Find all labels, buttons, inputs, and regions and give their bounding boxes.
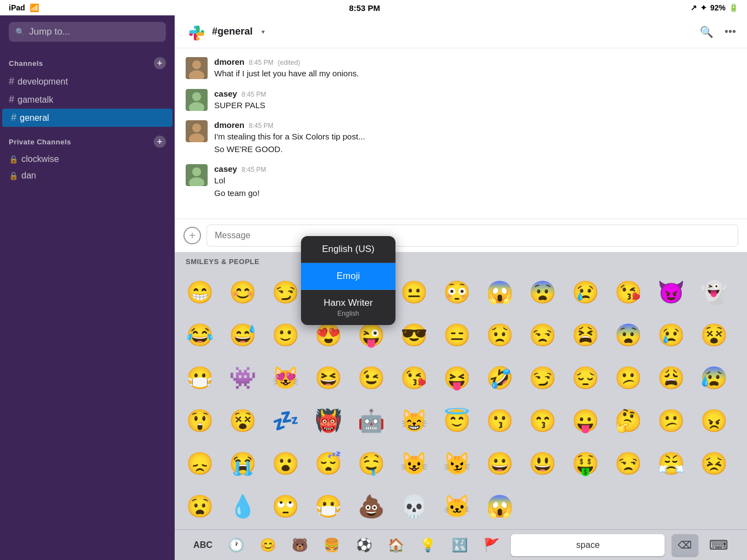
space-button[interactable]: space [511,534,665,556]
emoji-cell[interactable]: 😤 [650,443,692,484]
add-channel-button[interactable]: + [154,57,166,69]
emoji-cell[interactable]: 😕 [650,400,692,441]
emoji-cell[interactable]: 😙 [522,400,564,441]
emoji-cell[interactable]: 😢 [650,314,692,356]
message-time: 8:45 PM [249,59,274,66]
smiley-tab-button[interactable]: 😊 [255,535,281,555]
sports-tab-button[interactable]: ⚽ [352,535,377,555]
emoji-cell[interactable]: 😻 [265,357,306,399]
emoji-cell[interactable]: 👻 [693,271,735,313]
emoji-cell[interactable]: 😱 [479,271,521,313]
keyboard-dismiss-icon[interactable]: ⌨ [705,535,733,555]
emoji-cell[interactable]: 😺 [393,443,435,484]
emoji-cell[interactable]: 😧 [179,485,221,527]
emoji-cell[interactable]: 🙄 [265,485,306,527]
emoji-cell[interactable]: 👾 [222,357,264,399]
emoji-cell[interactable]: 😒 [522,314,564,356]
emoji-cell[interactable]: 😨 [607,314,649,356]
animals-tab-button[interactable]: 🐻 [287,535,313,555]
lang-option-emoji[interactable]: Emoji [301,263,395,290]
emoji-cell[interactable]: 😫 [565,314,606,356]
emoji-cell[interactable]: 😼 [436,443,478,484]
emoji-cell[interactable]: 😰 [693,357,735,399]
emoji-cell[interactable]: 😈 [650,271,692,313]
emoji-cell[interactable]: 😨 [522,271,564,313]
search-header-icon[interactable]: 🔍 [700,25,713,38]
emoji-cell[interactable]: 😟 [479,314,521,356]
emoji-cell[interactable]: 😃 [522,443,564,484]
food-tab-button[interactable]: 🍔 [319,535,344,555]
emoji-cell[interactable]: 😗 [479,400,521,441]
travel-tab-button[interactable]: 🏠 [383,535,409,555]
emoji-cell[interactable]: 🤑 [565,443,606,484]
emoji-cell[interactable]: 😎 [393,314,435,356]
emoji-cell[interactable]: 😩 [650,357,692,399]
emoji-cell[interactable]: 😘 [393,357,435,399]
emoji-cell[interactable]: 😅 [222,314,264,356]
channel-dropdown-icon[interactable]: ▾ [261,28,265,36]
emoji-cell[interactable]: 😠 [693,400,735,441]
emoji-cell[interactable]: 😳 [436,271,478,313]
emoji-cell[interactable]: 🤖 [350,400,392,441]
sidebar-item-gametalk[interactable]: # gametalk [0,91,175,109]
emoji-cell[interactable]: 😴 [308,443,349,484]
emoji-cell[interactable]: 💀 [393,485,435,527]
objects-tab-button[interactable]: 💡 [415,535,441,555]
emoji-cell[interactable]: 🤣 [479,357,521,399]
emoji-cell[interactable]: 😑 [436,314,478,356]
emoji-cell[interactable]: 😔 [565,357,606,399]
emoji-cell[interactable]: 😉 [350,357,392,399]
emoji-cell[interactable]: 💤 [265,400,306,441]
emoji-cell[interactable]: 😭 [222,443,264,484]
abc-button[interactable]: ABC [189,538,217,552]
emoji-cell[interactable]: 😝 [436,357,478,399]
message-add-button[interactable]: + [183,227,201,244]
sidebar-item-development[interactable]: # development [0,72,175,91]
sidebar-item-clockwise[interactable]: 🔒 clockwise [0,151,175,167]
emoji-cell[interactable]: 😆 [308,357,349,399]
add-private-channel-button[interactable]: + [154,136,166,148]
delete-button[interactable]: ⌫ [672,534,698,556]
emoji-cell[interactable]: 😏 [522,357,564,399]
emoji-cell[interactable]: 😐 [393,271,435,313]
emoji-cell[interactable]: 😵 [693,314,735,356]
emoji-cell[interactable]: 🐱 [436,485,478,527]
jump-to-search[interactable]: 🔍 Jump to... [9,22,166,42]
emoji-cell[interactable]: 😷 [179,357,221,399]
flags-tab-button[interactable]: 🚩 [479,535,504,555]
emoji-cell[interactable]: 😏 [265,271,306,313]
emoji-cell[interactable]: 😒 [607,443,649,484]
recent-emoji-button[interactable]: 🕐 [224,535,249,555]
emoji-cell[interactable]: 👹 [308,400,349,441]
emoji-cell[interactable]: 🤤 [350,443,392,484]
emoji-cell[interactable]: 😲 [179,400,221,441]
emoji-cell[interactable]: 😂 [179,314,221,356]
message-input[interactable] [207,225,738,247]
emoji-cell[interactable]: 😷 [308,485,349,527]
emoji-cell[interactable]: 😕 [607,357,649,399]
more-options-icon[interactable]: ••• [724,25,736,38]
emoji-cell[interactable]: 😊 [222,271,264,313]
emoji-cell[interactable]: 😞 [179,443,221,484]
emoji-cell[interactable]: 😁 [179,271,221,313]
emoji-cell[interactable]: 😢 [565,271,606,313]
emoji-cell[interactable]: 💧 [222,485,264,527]
sidebar-item-general[interactable]: # general [2,109,172,127]
emoji-cell[interactable]: 🙂 [265,314,306,356]
lang-option-english[interactable]: English (US) [301,236,395,263]
emoji-cell[interactable]: 🤔 [607,400,649,441]
channel-title: #general [212,26,253,37]
lang-option-hanx[interactable]: Hanx Writer English [301,290,395,325]
emoji-cell[interactable]: 😘 [607,271,649,313]
emoji-cell[interactable]: 😵 [222,400,264,441]
sidebar-item-dan[interactable]: 🔒 dan [0,167,175,184]
emoji-cell[interactable]: 💩 [350,485,392,527]
emoji-cell[interactable]: 😀 [479,443,521,484]
symbols-tab-button[interactable]: 🔣 [447,535,472,555]
emoji-cell[interactable]: 😱 [479,485,521,527]
emoji-cell[interactable]: 😣 [693,443,735,484]
emoji-cell[interactable]: 😇 [436,400,478,441]
emoji-cell[interactable]: 😛 [565,400,606,441]
emoji-cell[interactable]: 😸 [393,400,435,441]
emoji-cell[interactable]: 😮 [265,443,306,484]
